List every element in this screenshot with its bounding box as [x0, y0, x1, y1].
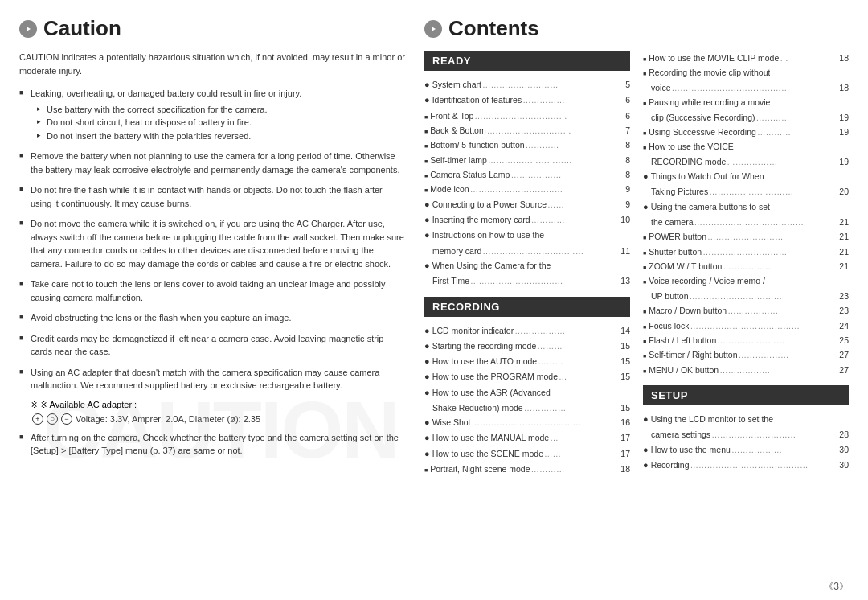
bullet: ■: [643, 323, 646, 332]
contents-body: READY ●System chart………………………5 ●Identific…: [424, 51, 849, 476]
toc-row: camera settings…………………………28: [643, 427, 849, 442]
bullet: ●: [424, 212, 430, 228]
setup-toc: ●Using the LCD monitor to set the camera…: [643, 412, 849, 473]
caution-header: Caution: [19, 16, 405, 41]
toc-row: the camera…………………………………21: [643, 215, 849, 229]
toc-row: ■Macro / Down button………………23: [643, 303, 849, 318]
toc-row: ●Instructions on how to use the: [424, 228, 630, 243]
toc-row: ■Focus lock…………………………………24: [643, 318, 849, 333]
bullet: ■: [643, 233, 646, 243]
svg-marker-1: [432, 27, 436, 31]
caution-item-flash: Do not fire the flash while it is in con…: [19, 183, 405, 210]
bullet: ■: [643, 55, 646, 64]
toc-row: UP button……………………………23: [643, 289, 849, 303]
toc-row: ●How to use the PROGRAM mode…15: [424, 369, 630, 384]
toc-row: RECORDING mode………………19: [643, 154, 849, 169]
toc-row: ●How to use the menu………………30: [643, 442, 849, 458]
toc-row: ●System chart………………………5: [424, 77, 630, 92]
caution-item-cards: Credit cards may be demagnetized if left…: [19, 332, 405, 359]
toc-row: ●How to use the SCENE mode……17: [424, 446, 630, 462]
bullet: ●: [643, 442, 649, 458]
ready-toc: ●System chart………………………5 ●Identification …: [424, 77, 630, 289]
caution-item-lens: Take care not to touch the lens or lens …: [19, 277, 405, 304]
caution-sub-item: Do not short circuit, heat or dispose of…: [37, 116, 405, 129]
toc-row: ●Using the LCD monitor to set the: [643, 412, 849, 427]
caution-sub-item: Use battery with the correct specificati…: [37, 103, 405, 117]
caution-item-last: After turning on the camera, Check wheth…: [19, 431, 405, 458]
caution-item-adapter: Using an AC adapter that doesn't match w…: [19, 366, 405, 392]
toc-row: First Time……………………………13: [424, 273, 630, 288]
toc-row: ■Voice recording / Voice memo /: [643, 273, 849, 288]
bullet: ■: [643, 69, 646, 79]
caution-item-obstruct: Avoid obstructing the lens or the flash …: [19, 311, 405, 325]
toc-row: ●When Using the Camera for the: [424, 258, 630, 273]
bullet: ■: [643, 367, 646, 376]
bullet: ■: [424, 157, 428, 166]
toc-row: ●How to use the ASR (Advanced: [424, 385, 630, 401]
bullet: ■: [424, 113, 428, 122]
bullet: ●: [424, 369, 430, 384]
bullet: ■: [643, 307, 646, 317]
bullet: ■: [643, 277, 646, 287]
toc-row: ●Recording……………………………………30: [643, 458, 849, 473]
bullet: ■: [424, 186, 428, 195]
toc-row: ■Shutter button…………………………21: [643, 245, 849, 259]
toc-row: ■Mode icon……………………………9: [424, 182, 630, 196]
bullet: ■: [643, 263, 646, 273]
caution-item-remove: Remove the battery when not planning to …: [19, 150, 405, 176]
toc-row: ■ZOOM W / T button………………21: [643, 259, 849, 273]
bullet: ●: [424, 430, 430, 446]
toc-row: Taking Pictures…………………………20: [643, 184, 849, 199]
watermark: CAUTION: [43, 384, 399, 476]
contents-title: Contents: [448, 16, 539, 41]
bullet: ●: [424, 228, 430, 243]
caution-title: Caution: [43, 16, 121, 41]
caution-item-battery: Leaking, overheating, or damaged battery…: [19, 87, 405, 142]
ready-header: READY: [424, 51, 630, 71]
caution-sub-item: Do not insert the battery with the polar…: [37, 129, 405, 143]
bullet: ■: [643, 99, 646, 109]
caution-item-accharger: Do not move the camera while it is switc…: [19, 217, 405, 270]
bullet: ■: [643, 337, 646, 347]
contents-section: Contents READY ●System chart………………………5 ●…: [424, 16, 849, 557]
caution-section: CAUTION Caution CAUTION indicates a pote…: [19, 16, 405, 557]
bullet: ●: [643, 199, 649, 215]
bullet: ●: [424, 339, 430, 354]
caution-arrow-icon: [19, 20, 37, 38]
bullet: ●: [643, 412, 649, 427]
contents-header: Contents: [424, 16, 849, 41]
minus-icon: −: [61, 413, 72, 425]
bullet: ●: [424, 258, 430, 273]
toc-row: ●LCD monitor indicator………………14: [424, 323, 630, 339]
toc-row: ●How to use the AUTO mode………15: [424, 354, 630, 369]
bullet: ■: [424, 142, 428, 151]
bullet: ●: [643, 458, 649, 473]
bullet: ■: [424, 127, 428, 137]
caution-intro: CAUTION indicates a potentially hazardou…: [19, 51, 405, 77]
toc-row: ■Using Successive Recording…………19: [643, 125, 849, 139]
toc-row: ●How to use the MANUAL mode…17: [424, 430, 630, 446]
toc-row: ●Identification of features……………6: [424, 92, 630, 108]
bullet: ●: [424, 415, 430, 430]
toc-row: ■Camera Status Lamp………………8: [424, 167, 630, 182]
caution-sub-list: Use battery with the correct specificati…: [37, 103, 405, 143]
bullet: ●: [424, 446, 430, 462]
toc-row: ●Using the camera buttons to set: [643, 199, 849, 215]
bullet: ●: [643, 169, 649, 184]
toc-row: ■Front & Top……………………………6: [424, 109, 630, 123]
toc-row: ■Recording the movie clip without: [643, 65, 849, 80]
right-toc-top: ■How to use the MOVIE CLIP mode…18 ■Reco…: [643, 51, 849, 377]
bullet: ■: [643, 351, 646, 361]
toc-row: ■Flash / Left button……………………25: [643, 333, 849, 347]
bullet: ●: [424, 77, 430, 92]
bullet: ■: [424, 466, 428, 475]
toc-row: Shake Reduction) mode……………15: [424, 401, 630, 415]
toc-row: ●Connecting to a Power Source……9: [424, 197, 630, 212]
bullet: ■: [424, 171, 428, 181]
toc-row: ■MENU / OK button………………27: [643, 363, 849, 377]
toc-row: ■Portrait, Night scene mode…………18: [424, 462, 630, 476]
toc-row: ●Inserting the memory card…………10: [424, 212, 630, 228]
bullet: ■: [643, 143, 646, 153]
plus-icon: +: [32, 413, 43, 425]
toc-row: memory card………………………………11: [424, 244, 630, 258]
